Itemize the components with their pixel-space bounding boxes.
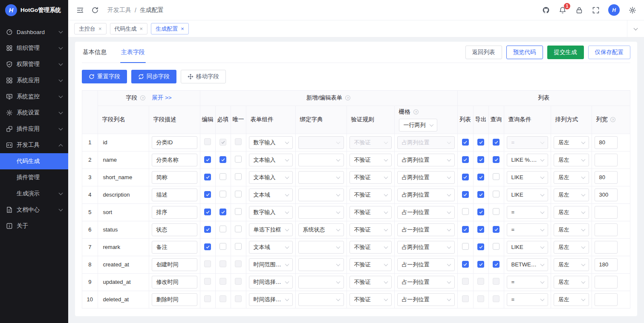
tab-main-fields[interactable]: 主表字段 [120,42,146,63]
lock-screen-icon[interactable] [575,6,583,14]
grid-layout-select[interactable]: 一行两列 [399,119,437,131]
component-select[interactable]: 文本域 [249,189,293,201]
query-cond-select[interactable]: LIKE [507,241,548,254]
width-input[interactable]: 80 [595,136,618,149]
page-tab-1[interactable]: 主控台× [74,23,107,34]
required-checkbox[interactable] [219,226,226,232]
list-checkbox[interactable] [462,261,469,268]
sidebar-item-plugin-mgr[interactable]: 插件管理 [0,169,68,186]
query-cond-select[interactable]: = [507,223,548,236]
required-checkbox[interactable] [219,191,226,197]
sidebar-item-monitor[interactable]: 系统监控 [0,89,68,105]
field-desc-input[interactable]: 简称 [152,171,197,184]
required-checkbox[interactable] [219,243,226,250]
help-icon[interactable]: ? [413,109,419,115]
query-cond-select[interactable]: = [507,293,548,306]
edit-checkbox[interactable] [204,191,211,198]
page-tab-2[interactable]: 代码生成× [110,23,148,34]
grid-select[interactable]: 占一列位置 [397,276,455,289]
edit-checkbox[interactable] [204,226,211,233]
dict-select[interactable] [298,171,344,184]
list-checkbox[interactable] [462,208,469,215]
query-cond-select[interactable]: BETWEEN [507,258,548,271]
rule-select[interactable]: 不验证 [349,293,392,306]
align-select[interactable]: 居左 [554,293,589,306]
sidebar-item-docs[interactable]: 文档中心 [0,202,68,218]
grid-select[interactable]: 占两列位置 [397,241,455,254]
sidebar-item-plugin-app[interactable]: 插件应用 [0,121,68,137]
align-select[interactable]: 居左 [554,206,589,219]
width-input[interactable] [595,293,618,306]
grid-select[interactable]: 占一列位置 [397,223,455,236]
align-select[interactable]: 居左 [554,276,589,289]
export-checkbox[interactable] [477,243,484,250]
sidebar-item-codegen[interactable]: 代码生成 [0,153,68,169]
close-tab-icon[interactable]: × [98,26,102,31]
dict-select[interactable] [298,154,344,166]
width-input[interactable] [595,154,618,166]
collapse-sidebar-icon[interactable] [76,6,84,14]
list-checkbox[interactable] [462,174,469,180]
unique-checkbox[interactable] [235,173,242,180]
query-checkbox[interactable] [493,156,500,163]
component-select[interactable]: 单选下拉框 [249,223,293,236]
grid-select[interactable]: 占一列位置 [397,258,455,271]
width-input[interactable]: 80 [595,171,618,184]
list-checkbox[interactable] [462,156,469,163]
field-desc-input[interactable]: 状态 [152,223,197,236]
dict-select[interactable] [298,241,344,254]
width-input[interactable] [595,276,618,289]
export-checkbox[interactable] [477,191,484,198]
field-desc-input[interactable]: 创建时间 [152,258,197,271]
align-select[interactable]: 居左 [554,189,589,201]
app-logo[interactable]: H HotGo管理系统 [0,0,68,20]
required-checkbox[interactable] [219,173,226,180]
component-select[interactable]: 时间选择(Y-... [249,293,293,306]
sidebar-item-gen-demo[interactable]: 生成演示 [0,186,68,202]
preview-code-button[interactable]: 预览代码 [506,46,543,59]
width-input[interactable]: 300 [595,189,618,201]
field-desc-input[interactable]: 排序 [152,206,197,219]
dict-select[interactable] [298,206,344,219]
component-select[interactable]: 文本输入 [249,154,293,166]
dict-select[interactable] [298,189,344,201]
grid-select[interactable]: 占一列位置 [397,293,455,306]
sidebar-item-about[interactable]: 关于 [0,218,68,234]
component-select[interactable]: 文本域 [249,241,293,254]
field-desc-input[interactable]: 分类名称 [152,154,197,166]
export-checkbox[interactable] [477,174,484,180]
refresh-icon[interactable] [91,6,99,14]
unique-checkbox[interactable] [235,191,242,197]
required-checkbox[interactable] [219,209,226,215]
align-select[interactable]: 居左 [554,223,589,236]
grid-select[interactable]: 占两列位置 [397,171,455,184]
list-checkbox[interactable] [462,191,469,198]
query-checkbox[interactable] [493,208,500,215]
list-checkbox[interactable] [462,226,469,233]
settings-gear-icon[interactable] [628,6,636,14]
rule-select[interactable]: 不验证 [349,258,392,271]
export-checkbox[interactable] [477,261,484,268]
list-checkbox[interactable] [462,139,469,146]
help-icon[interactable]: ? [345,95,351,101]
field-desc-input[interactable]: 删除时间 [152,293,197,306]
rule-select[interactable]: 不验证 [349,241,392,254]
export-checkbox[interactable] [477,156,484,163]
edit-checkbox[interactable] [204,174,211,180]
rule-select[interactable]: 不验证 [349,189,392,201]
fullscreen-icon[interactable] [592,6,600,14]
sidebar-item-dashboard[interactable]: Dashboard [0,24,68,40]
component-select[interactable]: 文本输入 [249,171,293,184]
align-select[interactable]: 居左 [554,241,589,254]
field-desc-input[interactable]: 修改时间 [152,276,197,289]
user-avatar[interactable]: H [608,4,620,16]
component-select[interactable]: 数字输入 [249,206,293,219]
query-checkbox[interactable] [493,191,500,197]
align-select[interactable]: 居左 [554,258,589,271]
sidebar-item-settings[interactable]: 系统设置 [0,105,68,121]
export-checkbox[interactable] [477,139,484,146]
edit-checkbox[interactable] [204,209,211,215]
component-select[interactable]: 数字输入 [249,136,293,149]
component-select[interactable]: 时间范围选择 [249,258,293,271]
github-icon[interactable] [542,6,550,14]
